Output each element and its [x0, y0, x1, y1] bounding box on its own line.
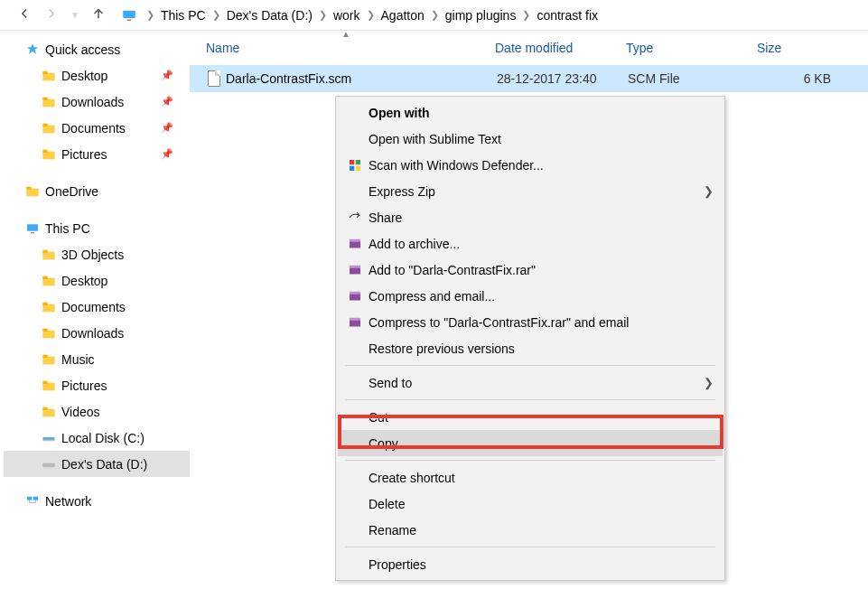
nav-recent-icon[interactable]: ▼ [70, 10, 79, 20]
sidebar-item-onedrive[interactable]: OneDrive [4, 178, 190, 204]
svg-rect-29 [43, 437, 54, 439]
nav-forward-icon[interactable] [43, 5, 60, 24]
pc-icon [25, 221, 40, 236]
sidebar-item-pictures[interactable]: Pictures 📌 [4, 141, 190, 167]
ctx-restore[interactable]: Restore previous versions [338, 335, 723, 361]
nav-up-icon[interactable] [90, 5, 107, 24]
ctx-properties[interactable]: Properties [338, 551, 723, 577]
svg-rect-34 [356, 160, 360, 164]
sidebar-label: Downloads [61, 326, 124, 341]
svg-rect-30 [42, 463, 54, 467]
ctx-compress-email[interactable]: Compress and email... [338, 283, 723, 309]
ctx-open-sublime[interactable]: Open with Sublime Text [338, 126, 723, 152]
ctx-expresszip[interactable]: Express Zip ❯ [338, 178, 723, 204]
sidebar-label: OneDrive [45, 184, 98, 199]
breadcrumb[interactable]: ❯ This PC ❯ Dex's Data (D:) ❯ work ❯ Aga… [121, 0, 601, 30]
file-row[interactable]: Darla-ContrastFix.scm 28-12-2017 23:40 S… [190, 65, 868, 92]
crumb[interactable]: Agatton [378, 8, 427, 23]
share-icon [343, 210, 367, 226]
ctx-open-with[interactable]: Open with [338, 99, 723, 126]
pin-icon: 📌 [161, 70, 173, 81]
sidebar-item-quick-access[interactable]: Quick access [4, 36, 190, 62]
chevron-right-icon: ❯ [704, 376, 714, 389]
separator [345, 460, 715, 461]
sidebar-label: Desktop [61, 69, 107, 83]
ctx-share[interactable]: Share [338, 204, 723, 230]
nav-sidebar: Quick access Desktop 📌 Downloads 📌 Docum… [0, 31, 190, 589]
svg-rect-0 [123, 10, 135, 17]
sidebar-item-cdrive[interactable]: Local Disk (C:) [4, 425, 190, 451]
ctx-compress-rar-email[interactable]: Compress to "Darla-ContrastFix.rar" and … [338, 309, 723, 335]
crumb[interactable]: gimp plugins [443, 8, 519, 23]
svg-rect-21 [42, 328, 47, 331]
chevron-icon: ❯ [522, 9, 530, 21]
svg-rect-36 [356, 165, 360, 170]
pc-path-icon [121, 7, 137, 23]
sidebar-label: Music [61, 352, 95, 367]
sidebar-item-music[interactable]: Music [4, 346, 190, 372]
separator [345, 547, 715, 547]
sidebar-label: Videos [61, 405, 100, 419]
sidebar-item-this-pc[interactable]: This PC [4, 215, 190, 241]
sidebar-item-documents[interactable]: Documents 📌 [4, 115, 190, 141]
ctx-copy[interactable]: Copy [338, 430, 723, 456]
folder-icon [25, 184, 40, 199]
col-size[interactable]: Size [750, 41, 840, 55]
svg-rect-23 [42, 354, 47, 357]
column-sort-icon[interactable]: ▲ [341, 29, 350, 39]
nav-back-icon[interactable] [16, 5, 33, 24]
svg-rect-17 [42, 276, 47, 278]
sidebar-item-downloads[interactable]: Downloads 📌 [4, 89, 190, 115]
ctx-defender[interactable]: Scan with Windows Defender... [338, 152, 723, 178]
col-type[interactable]: Type [619, 41, 750, 55]
col-date[interactable]: Date modified [488, 41, 619, 55]
winrar-icon [343, 314, 367, 331]
folder-icon [42, 147, 56, 162]
sidebar-item-ddrive[interactable]: Dex's Data (D:) [4, 451, 190, 477]
svg-rect-1 [127, 19, 132, 21]
svg-rect-31 [27, 496, 32, 500]
sidebar-label: Local Disk (C:) [61, 431, 145, 445]
sidebar-label: Desktop [61, 274, 107, 288]
sidebar-item-network[interactable]: Network [4, 488, 190, 514]
sidebar-label: Dex's Data (D:) [61, 457, 147, 472]
drive-icon [42, 431, 56, 445]
sidebar-item-downloads-pc[interactable]: Downloads [4, 320, 190, 346]
chevron-icon: ❯ [212, 9, 220, 21]
ctx-cut[interactable]: Cut [338, 404, 723, 430]
pin-icon: 📌 [161, 96, 173, 108]
ctx-send-to[interactable]: Send to ❯ [338, 369, 723, 396]
drive-icon [42, 457, 56, 472]
sidebar-item-pictures-pc[interactable]: Pictures [4, 372, 190, 398]
sidebar-item-3dobjects[interactable]: 3D Objects [4, 241, 190, 267]
shield-icon [343, 157, 367, 173]
ctx-shortcut[interactable]: Create shortcut [338, 464, 723, 491]
chevron-right-icon: ❯ [704, 184, 714, 198]
folder-icon [42, 248, 56, 262]
column-headers: Name Date modified Type Size [190, 31, 868, 65]
svg-rect-25 [42, 380, 47, 383]
sidebar-item-desktop-pc[interactable]: Desktop [4, 267, 190, 294]
chevron-icon: ❯ [431, 9, 439, 21]
sidebar-label: Network [45, 494, 91, 509]
col-name[interactable]: Name [199, 41, 488, 55]
crumb[interactable]: contrast fix [534, 8, 601, 23]
pin-icon: 📌 [161, 148, 173, 160]
crumb[interactable]: Dex's Data (D:) [224, 8, 315, 23]
ctx-delete[interactable]: Delete [338, 491, 723, 517]
ctx-add-archive[interactable]: Add to archive... [338, 230, 723, 257]
crumb[interactable]: This PC [158, 8, 209, 23]
file-name: Darla-ContrastFix.scm [226, 71, 351, 86]
ctx-add-rar[interactable]: Add to "Darla-ContrastFix.rar" [338, 257, 723, 283]
ctx-rename[interactable]: Rename [338, 517, 723, 543]
svg-rect-35 [350, 165, 354, 170]
svg-rect-44 [350, 317, 360, 320]
sidebar-item-videos[interactable]: Videos [4, 398, 190, 425]
crumb[interactable]: work [331, 8, 363, 23]
sidebar-item-documents-pc[interactable]: Documents [4, 294, 190, 320]
network-icon [25, 494, 40, 509]
pin-icon: 📌 [161, 122, 173, 134]
svg-rect-11 [26, 186, 31, 189]
chevron-icon: ❯ [319, 9, 327, 21]
sidebar-item-desktop[interactable]: Desktop 📌 [4, 62, 190, 89]
